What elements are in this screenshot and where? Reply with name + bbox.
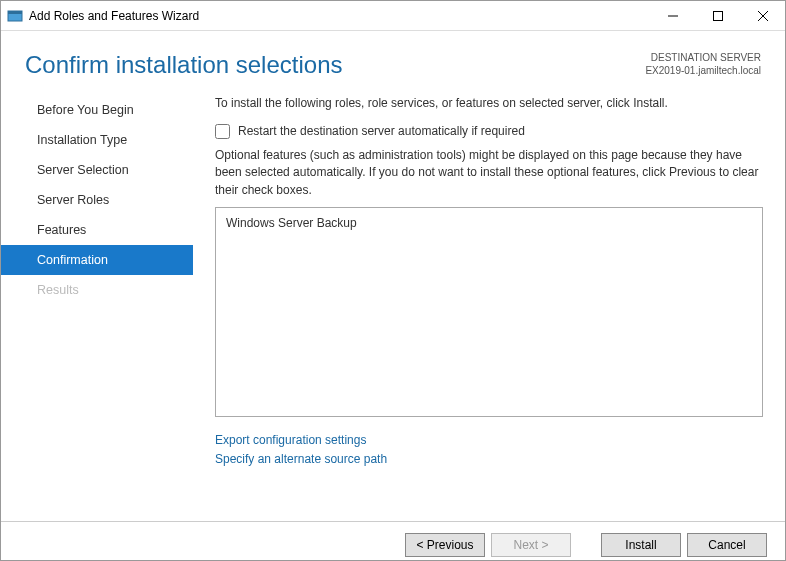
destination-label: DESTINATION SERVER [645, 51, 761, 64]
optional-features-text: Optional features (such as administratio… [215, 147, 763, 199]
maximize-button[interactable] [695, 1, 740, 30]
nav-before-you-begin[interactable]: Before You Begin [1, 95, 193, 125]
next-button: Next > [491, 533, 571, 557]
restart-checkbox[interactable] [215, 124, 230, 139]
nav-confirmation[interactable]: Confirmation [1, 245, 193, 275]
app-icon [7, 8, 23, 24]
nav-features[interactable]: Features [1, 215, 193, 245]
restart-checkbox-label: Restart the destination server automatic… [238, 124, 525, 138]
install-button[interactable]: Install [601, 533, 681, 557]
content-pane: To install the following roles, role ser… [193, 89, 785, 521]
destination-server-info: DESTINATION SERVER EX2019-01.jamiltech.l… [645, 51, 761, 77]
feature-item: Windows Server Backup [226, 216, 752, 230]
svg-rect-1 [8, 11, 22, 14]
cancel-button[interactable]: Cancel [687, 533, 767, 557]
destination-value: EX2019-01.jamiltech.local [645, 64, 761, 77]
page-header: Confirm installation selections DESTINAT… [1, 31, 785, 89]
body: Before You Begin Installation Type Serve… [1, 89, 785, 521]
selected-features-box: Windows Server Backup [215, 207, 763, 417]
nav-server-roles[interactable]: Server Roles [1, 185, 193, 215]
footer: < Previous Next > Install Cancel [1, 521, 785, 561]
minimize-button[interactable] [650, 1, 695, 30]
close-button[interactable] [740, 1, 785, 30]
page-title: Confirm installation selections [25, 51, 645, 79]
links-area: Export configuration settings Specify an… [215, 431, 763, 469]
intro-text: To install the following roles, role ser… [215, 95, 763, 112]
export-config-link[interactable]: Export configuration settings [215, 431, 763, 450]
nav-server-selection[interactable]: Server Selection [1, 155, 193, 185]
alternate-source-link[interactable]: Specify an alternate source path [215, 450, 763, 469]
window-title: Add Roles and Features Wizard [29, 9, 650, 23]
previous-button[interactable]: < Previous [405, 533, 485, 557]
nav-results: Results [1, 275, 193, 305]
svg-rect-3 [713, 11, 722, 20]
restart-checkbox-row: Restart the destination server automatic… [215, 124, 763, 139]
title-bar: Add Roles and Features Wizard [1, 1, 785, 31]
nav-sidebar: Before You Begin Installation Type Serve… [1, 89, 193, 521]
nav-installation-type[interactable]: Installation Type [1, 125, 193, 155]
